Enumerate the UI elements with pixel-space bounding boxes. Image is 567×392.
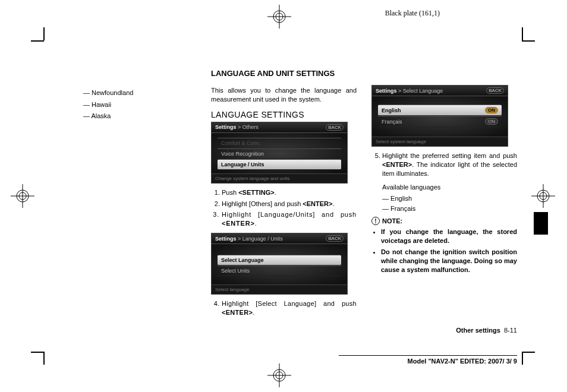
footer-section: Other settings 8-11	[456, 327, 517, 334]
note-icon: !	[371, 217, 380, 225]
step-item: Highlight [Select Language] and push <EN…	[222, 299, 357, 317]
available-label: Available languages	[371, 183, 517, 192]
note-list: If you change the language, the stored v…	[371, 227, 517, 274]
crop-mark	[522, 352, 535, 353]
crop-mark	[522, 27, 523, 40]
reg-mark-bottom	[267, 363, 291, 387]
lang-label: English	[382, 108, 401, 113]
off-indicator: ON	[485, 118, 498, 125]
menu-row-selected: Select Language	[218, 255, 341, 265]
list-item-label: Alaska	[91, 112, 111, 119]
menu-row-selected: English ON	[378, 105, 502, 116]
crop-mark	[43, 27, 45, 40]
crop-mark	[31, 352, 44, 353]
crop-mark	[522, 40, 535, 42]
back-button: BACK	[326, 124, 344, 131]
screen-footer: Select language	[212, 284, 347, 294]
step-item: Highlight the preferred setting item and…	[382, 151, 517, 178]
steps-list: Push <SETTING>. Highlight [Others] and p…	[211, 188, 357, 228]
back-button: BACK	[326, 235, 344, 242]
list-item-label: Hawaii	[92, 101, 111, 108]
crumb-main: Settings	[215, 236, 237, 242]
step-item: Highlight [Language/Units] and push <ENT…	[222, 210, 357, 228]
list-item: — Hawaii	[83, 100, 190, 110]
subsection-title: LANGUAGE SETTINGS	[211, 110, 357, 119]
crop-mark	[31, 40, 44, 42]
crop-mark	[43, 352, 45, 365]
section-title: LANGUAGE AND UNIT SETTINGS	[211, 69, 357, 78]
list-item-label: Newfoundland	[92, 89, 133, 96]
intro-text: This allows you to change the language a…	[211, 86, 357, 104]
list-item: — Alaska	[83, 111, 190, 122]
note-heading: ! NOTE:	[371, 217, 517, 225]
nav-screenshot-others: Settings > Others BACK Comfort & Conv. V…	[211, 122, 348, 184]
reg-mark-left	[11, 184, 34, 208]
crumb-sub: > Select Language	[398, 88, 443, 94]
step-item: Highlight [Others] and push <ENTER>.	[222, 200, 357, 208]
nav-screenshot-lang-units: Settings > Language / Units BACK Select …	[211, 233, 348, 295]
back-button: BACK	[486, 87, 504, 94]
footer-model: Model "NAV2-N" EDITED: 2007/ 3/ 9	[339, 355, 517, 365]
crumb-sub: > Others	[238, 124, 259, 130]
middle-column: LANGUAGE AND UNIT SETTINGS This allows y…	[211, 69, 357, 322]
note-item: If you change the language, the stored v…	[381, 227, 517, 245]
left-column: — Newfoundland — Hawaii — Alaska	[83, 88, 190, 123]
list-item: — English	[371, 194, 517, 204]
step-item: Push <SETTING>.	[222, 188, 357, 197]
crumb-sub: > Language / Units	[238, 236, 283, 242]
menu-row: Français ON	[378, 116, 502, 127]
menu-row: Voice Recognition	[218, 148, 341, 159]
list-item: — Français	[371, 204, 517, 214]
menu-row: Comfort & Conv.	[218, 138, 341, 148]
menu-row: Select Units	[218, 265, 341, 276]
note-label: NOTE:	[382, 217, 402, 225]
screen-footer: Change system language and units	[212, 173, 347, 183]
crumb-main: Settings	[376, 88, 397, 94]
steps-list: Highlight [Select Language] and push <EN…	[211, 299, 357, 317]
plate-header: Black plate (161,1)	[385, 9, 440, 18]
reg-mark-top	[267, 5, 291, 29]
menu-row-selected: Language / Units	[218, 159, 341, 170]
note-item: Do not change the ignition switch positi…	[381, 248, 517, 274]
screen-footer: Select system language	[372, 137, 508, 146]
reg-mark-right	[531, 184, 555, 208]
nav-screenshot-select-language: Settings > Select Language BACK English …	[371, 85, 508, 147]
edge-tab	[534, 212, 548, 235]
list-item: — Newfoundland	[83, 88, 190, 99]
lang-label: Français	[382, 119, 402, 125]
steps-list: Highlight the preferred setting item and…	[371, 151, 517, 178]
on-indicator: ON	[485, 107, 498, 113]
right-column: Settings > Select Language BACK English …	[371, 85, 517, 277]
crumb-main: Settings	[215, 124, 237, 130]
crop-mark	[522, 352, 523, 365]
